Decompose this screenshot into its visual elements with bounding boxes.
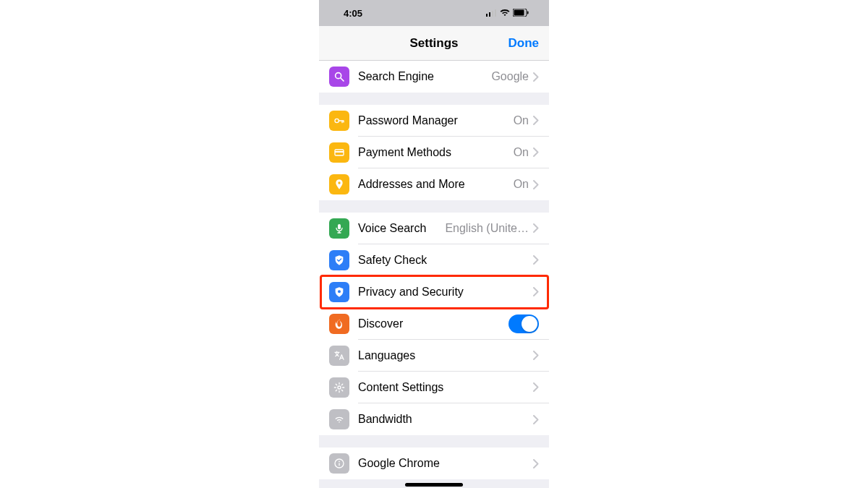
svg-line-8 bbox=[341, 78, 344, 81]
search-icon bbox=[329, 67, 349, 87]
chevron-right-icon bbox=[533, 382, 539, 392]
row-value: English (Unite… bbox=[445, 222, 529, 235]
row-label: Password Manager bbox=[358, 114, 514, 127]
header: Settings Done bbox=[319, 26, 549, 61]
svg-rect-0 bbox=[486, 14, 488, 17]
shield-check-icon bbox=[329, 250, 349, 270]
chevron-right-icon bbox=[533, 223, 539, 233]
row-label: Content Settings bbox=[358, 381, 533, 394]
row-value: On bbox=[514, 178, 529, 191]
svg-point-15 bbox=[338, 386, 341, 389]
shield-icon bbox=[329, 282, 349, 302]
svg-rect-11 bbox=[335, 151, 344, 153]
settings-section: Search EngineGoogle bbox=[319, 61, 549, 93]
row-label: Bandwidth bbox=[358, 413, 533, 426]
card-icon bbox=[329, 142, 349, 163]
chevron-right-icon bbox=[533, 415, 539, 424]
google-chrome-row[interactable]: Google Chrome bbox=[319, 448, 549, 479]
wifi-icon bbox=[329, 409, 349, 429]
info-icon bbox=[329, 453, 349, 474]
done-button[interactable]: Done bbox=[509, 36, 540, 51]
discover-toggle[interactable] bbox=[509, 314, 539, 333]
settings-section: Google Chrome bbox=[319, 448, 549, 479]
row-value: On bbox=[514, 146, 529, 159]
settings-list: Search EngineGooglePassword ManagerOnPay… bbox=[319, 61, 549, 479]
battery-icon bbox=[513, 8, 529, 19]
chevron-right-icon bbox=[533, 351, 539, 360]
chevron-right-icon bbox=[533, 116, 539, 125]
svg-rect-13 bbox=[338, 224, 341, 229]
chevron-right-icon bbox=[533, 459, 539, 468]
row-label: Voice Search bbox=[358, 222, 445, 235]
chevron-right-icon bbox=[533, 287, 539, 296]
chevron-right-icon bbox=[533, 72, 539, 82]
languages-row[interactable]: Languages bbox=[319, 340, 549, 372]
row-label: Search Engine bbox=[358, 70, 491, 83]
addresses-and-more-row[interactable]: Addresses and MoreOn bbox=[319, 168, 549, 200]
chevron-right-icon bbox=[533, 180, 539, 189]
wifi-icon bbox=[500, 8, 510, 19]
row-label: Google Chrome bbox=[358, 457, 533, 470]
key-icon bbox=[329, 111, 349, 131]
fire-icon bbox=[329, 314, 349, 334]
status-time: 4:05 bbox=[344, 8, 362, 19]
gear-icon bbox=[329, 377, 349, 398]
content-settings-row[interactable]: Content Settings bbox=[319, 372, 549, 403]
home-indicator bbox=[405, 483, 463, 487]
svg-point-14 bbox=[338, 290, 341, 293]
chevron-right-icon bbox=[533, 255, 539, 265]
settings-section: Password ManagerOnPayment MethodsOnAddre… bbox=[319, 105, 549, 200]
row-value: On bbox=[514, 114, 529, 127]
svg-rect-5 bbox=[514, 9, 524, 15]
privacy-and-security-row[interactable]: Privacy and Security bbox=[319, 276, 549, 308]
chevron-right-icon bbox=[533, 147, 539, 157]
voice-search-row[interactable]: Voice SearchEnglish (Unite… bbox=[319, 213, 549, 244]
svg-rect-1 bbox=[489, 12, 490, 17]
row-label: Safety Check bbox=[358, 254, 533, 267]
svg-rect-18 bbox=[339, 463, 339, 466]
row-value: Google bbox=[491, 70, 529, 83]
svg-point-17 bbox=[339, 461, 340, 462]
cellular-icon bbox=[486, 8, 497, 19]
row-label: Privacy and Security bbox=[358, 286, 533, 299]
svg-point-12 bbox=[338, 181, 340, 184]
svg-rect-2 bbox=[492, 11, 493, 17]
translate-icon bbox=[329, 346, 349, 366]
location-icon bbox=[329, 174, 349, 194]
settings-section: Voice SearchEnglish (Unite…Safety CheckP… bbox=[319, 213, 549, 435]
payment-methods-row[interactable]: Payment MethodsOn bbox=[319, 137, 549, 168]
status-bar: 4:05 bbox=[319, 0, 549, 26]
row-label: Discover bbox=[358, 317, 509, 330]
svg-rect-6 bbox=[527, 11, 529, 14]
bandwidth-row[interactable]: Bandwidth bbox=[319, 403, 549, 435]
safety-check-row[interactable]: Safety Check bbox=[319, 244, 549, 276]
mic-icon bbox=[329, 218, 349, 239]
password-manager-row[interactable]: Password ManagerOn bbox=[319, 105, 549, 137]
svg-point-9 bbox=[335, 119, 339, 122]
svg-rect-3 bbox=[495, 9, 496, 17]
row-label: Payment Methods bbox=[358, 146, 514, 159]
discover-row[interactable]: Discover bbox=[319, 308, 549, 340]
page-title: Settings bbox=[409, 36, 458, 51]
row-label: Languages bbox=[358, 349, 533, 362]
search-engine-row[interactable]: Search EngineGoogle bbox=[319, 61, 549, 93]
row-label: Addresses and More bbox=[358, 178, 514, 191]
phone-frame: 4:05 Settings Done Search EngineGooglePa… bbox=[319, 0, 549, 488]
status-icons bbox=[486, 8, 529, 19]
